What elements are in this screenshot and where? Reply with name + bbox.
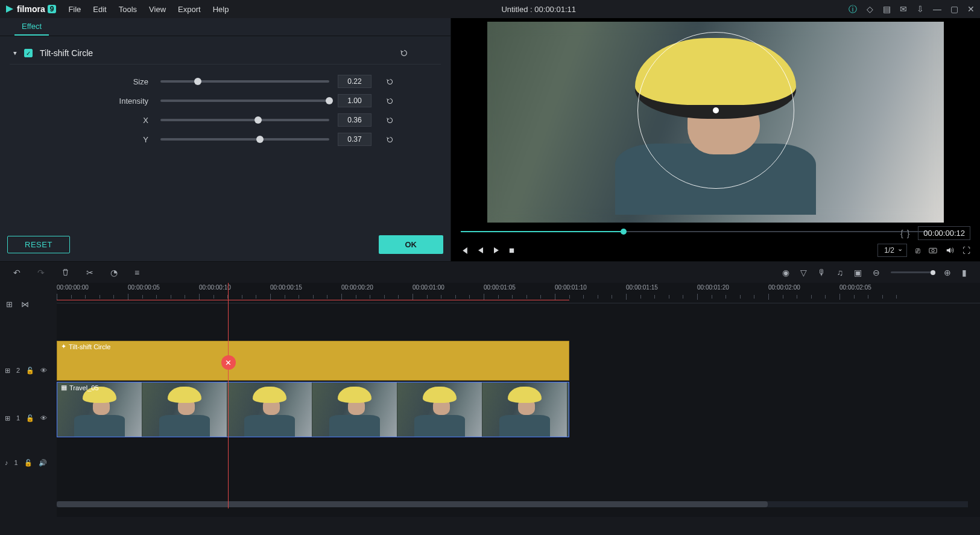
maximize-icon[interactable]: ▢: [950, 5, 958, 13]
prev-frame-button[interactable]: [461, 247, 469, 255]
message-icon[interactable]: ✉: [899, 5, 908, 13]
param-size-reset-icon[interactable]: [386, 78, 394, 86]
crop-icon[interactable]: ▣: [854, 268, 862, 277]
fullscreen-icon[interactable]: ⛶: [963, 246, 970, 255]
track-head-audio[interactable]: ♪ 1 🔓 🔊: [0, 446, 57, 480]
track-aud-number: 1: [14, 459, 18, 466]
svg-point-2: [932, 249, 934, 252]
ruler-mark: 00:00:00:05: [128, 284, 160, 291]
stop-button[interactable]: [508, 247, 515, 254]
menu-file[interactable]: File: [68, 5, 81, 14]
snapshot-icon[interactable]: [929, 246, 937, 255]
video-clip-icon: ▦: [61, 384, 67, 391]
lock-icon[interactable]: 🔓: [26, 367, 34, 375]
menu-help[interactable]: Help: [213, 5, 229, 14]
param-x-value[interactable]: 0.36: [338, 113, 371, 127]
account-icon[interactable]: ◇: [865, 5, 874, 13]
close-icon[interactable]: ✕: [967, 5, 975, 13]
clip-effect[interactable]: ✦Tilt-shift Circle: [57, 341, 569, 381]
redo-icon[interactable]: ↷: [37, 268, 45, 277]
param-x-reset-icon[interactable]: [386, 116, 394, 124]
adjust-icon[interactable]: ≡: [134, 268, 139, 277]
lock-icon[interactable]: 🔓: [26, 414, 34, 422]
menu-tools[interactable]: Tools: [119, 5, 137, 14]
param-y-reset-icon[interactable]: [386, 136, 394, 144]
eye-icon[interactable]: 👁: [40, 367, 47, 374]
param-x-slider[interactable]: [160, 119, 329, 121]
minimize-icon[interactable]: —: [933, 5, 941, 13]
menu-view[interactable]: View: [149, 5, 166, 14]
add-track-icon[interactable]: ⊞: [6, 300, 13, 308]
chevron-down-icon: ▸: [11, 51, 19, 55]
menu-edit[interactable]: Edit: [93, 5, 106, 14]
lock-icon[interactable]: 🔓: [24, 459, 33, 467]
zoom-in-icon[interactable]: ⊕: [944, 268, 951, 277]
link-icon[interactable]: ⋈: [21, 300, 29, 308]
ruler-mark: 00:00:01:15: [626, 284, 658, 291]
horizontal-scrollbar[interactable]: [57, 501, 968, 507]
effect-panel: Effect ▸ ✓ Tilt-shift Circle Size 0.22 I…: [0, 18, 451, 261]
info-icon[interactable]: ⓘ: [849, 5, 857, 13]
mark-out-icon[interactable]: }: [907, 229, 910, 238]
clip-thumbnail: [397, 382, 482, 437]
menu-export[interactable]: Export: [178, 5, 201, 14]
preview-scale-select[interactable]: 1/2: [877, 244, 907, 257]
ruler-mark: 00:00:01:10: [555, 284, 587, 291]
param-y-value[interactable]: 0.37: [338, 133, 371, 146]
effect-header[interactable]: ▸ ✓ Tilt-shift Circle: [10, 42, 441, 65]
tab-effect[interactable]: Effect: [14, 18, 49, 36]
clip-video-label: Travel_05: [69, 384, 99, 391]
param-intensity-label: Intensity: [119, 97, 160, 106]
param-size-slider[interactable]: [160, 80, 329, 83]
zoom-slider[interactable]: [891, 271, 933, 273]
effect-name: Tilt-shift Circle: [40, 48, 93, 58]
reset-button[interactable]: RESET: [7, 236, 70, 253]
clip-thumbnail: [142, 382, 227, 437]
effect-enable-checkbox[interactable]: ✓: [24, 49, 33, 57]
play-back-button[interactable]: [477, 247, 484, 254]
save-icon[interactable]: ▤: [882, 5, 891, 13]
music-icon: ♪: [5, 459, 8, 466]
ruler[interactable]: 00:00:00:0000:00:00:0500:00:00:1000:00:0…: [57, 283, 980, 303]
param-size-value[interactable]: 0.22: [338, 75, 371, 88]
preview-viewport[interactable]: [487, 22, 944, 223]
undo-icon[interactable]: ↶: [13, 268, 21, 277]
mic-icon[interactable]: ⇩: [916, 5, 925, 13]
split-icon[interactable]: ✂: [86, 268, 93, 277]
preview-panel: { } 00:00:00:12 1/2 ⎚ ⛶: [451, 18, 980, 261]
ok-button[interactable]: OK: [379, 235, 444, 254]
playhead-delete-icon[interactable]: ✕: [221, 355, 236, 370]
ruler-mark: 00:00:00:10: [199, 284, 231, 291]
svg-rect-0: [510, 248, 514, 252]
audio-mixer-icon[interactable]: ♫: [837, 268, 844, 277]
tilt-shift-overlay[interactable]: [637, 32, 794, 189]
mark-in-icon[interactable]: {: [900, 229, 903, 238]
marker-time-icon[interactable]: ◔: [110, 268, 118, 277]
eye-icon[interactable]: 👁: [40, 414, 47, 422]
clip-thumbnail: [312, 382, 397, 437]
render-icon[interactable]: ◉: [782, 268, 789, 277]
effect-reset-icon[interactable]: [400, 49, 408, 57]
speaker-icon[interactable]: 🔊: [39, 459, 47, 467]
volume-icon[interactable]: [946, 246, 954, 255]
zoom-fit-icon[interactable]: ▮: [962, 268, 967, 277]
voiceover-icon[interactable]: 🎙: [818, 268, 826, 277]
track-area[interactable]: ✦Tilt-shift Circle ▦Travel_05 ✕: [57, 303, 980, 508]
param-y-slider[interactable]: [160, 138, 329, 141]
titlebar: filmora9 File Edit Tools View Export Hel…: [0, 0, 980, 18]
param-intensity-slider[interactable]: [160, 100, 329, 102]
timecode-display[interactable]: 00:00:00:12: [918, 226, 970, 240]
svg-rect-1: [929, 249, 937, 253]
track-head-video[interactable]: ⊞ 1 🔓 👁: [0, 390, 57, 446]
param-intensity-reset-icon[interactable]: [386, 97, 394, 105]
zoom-out-icon[interactable]: ⊖: [873, 268, 880, 277]
clip-video[interactable]: ▦Travel_05: [57, 382, 569, 437]
playhead[interactable]: ✕: [228, 283, 229, 508]
delete-icon[interactable]: [62, 268, 69, 276]
marker-icon[interactable]: ▽: [800, 268, 807, 277]
preview-quality-icon[interactable]: ⎚: [915, 246, 920, 255]
track-head-fx[interactable]: ⊞ 2 🔓 👁: [0, 350, 57, 390]
play-button[interactable]: [493, 247, 500, 254]
param-intensity-value[interactable]: 1.00: [338, 94, 371, 107]
scrubber-thumb[interactable]: [621, 229, 627, 235]
